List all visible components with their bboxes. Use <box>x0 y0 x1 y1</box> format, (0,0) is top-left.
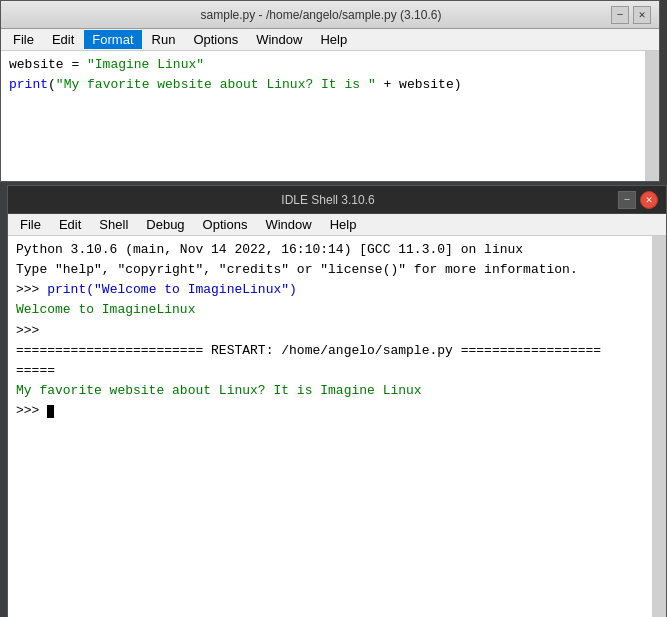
shell-menu-file[interactable]: File <box>12 215 49 234</box>
shell-cursor <box>47 405 54 418</box>
shell-scrollbar[interactable] <box>652 236 666 617</box>
shell-controls: − ✕ <box>618 191 658 209</box>
shell-menu-options[interactable]: Options <box>195 215 256 234</box>
editor-content[interactable]: website = "Imagine Linux" print("My favo… <box>1 51 659 181</box>
editor-menu-options[interactable]: Options <box>185 30 246 49</box>
editor-close-button[interactable]: ✕ <box>633 6 651 24</box>
editor-window: sample.py - /home/angelo/sample.py (3.10… <box>0 0 660 182</box>
shell-output-line-6: ======================== RESTART: /home/… <box>16 341 658 361</box>
shell-menu-edit[interactable]: Edit <box>51 215 89 234</box>
shell-output-line-3: >>> print("Welcome to ImagineLinux") <box>16 280 658 300</box>
shell-output-line-1: Python 3.10.6 (main, Nov 14 2022, 16:10:… <box>16 240 658 260</box>
editor-menu-run[interactable]: Run <box>144 30 184 49</box>
shell-output-line-9: >>> <box>16 401 658 421</box>
shell-close-button[interactable]: ✕ <box>640 191 658 209</box>
shell-output-line-5: >>> <box>16 321 658 341</box>
editor-menu-window[interactable]: Window <box>248 30 310 49</box>
editor-menubar: File Edit Format Run Options Window Help <box>1 29 659 51</box>
editor-menu-help[interactable]: Help <box>312 30 355 49</box>
shell-menu-debug[interactable]: Debug <box>138 215 192 234</box>
shell-window: IDLE Shell 3.10.6 − ✕ File Edit Shell De… <box>7 185 667 617</box>
editor-line-1: website = "Imagine Linux" <box>9 55 637 75</box>
shell-content[interactable]: Python 3.10.6 (main, Nov 14 2022, 16:10:… <box>8 236 666 617</box>
shell-menubar: File Edit Shell Debug Options Window Hel… <box>8 214 666 236</box>
editor-titlebar: sample.py - /home/angelo/sample.py (3.10… <box>1 1 659 29</box>
editor-titlebar-controls: − ✕ <box>611 6 651 24</box>
editor-line-2: print("My favorite website about Linux? … <box>9 75 637 95</box>
shell-menu-window[interactable]: Window <box>257 215 319 234</box>
shell-output-line-2: Type "help", "copyright", "credits" or "… <box>16 260 658 280</box>
shell-output-line-8: My favorite website about Linux? It is I… <box>16 381 658 401</box>
shell-menu-help[interactable]: Help <box>322 215 365 234</box>
editor-menu-edit[interactable]: Edit <box>44 30 82 49</box>
editor-title: sample.py - /home/angelo/sample.py (3.10… <box>31 8 611 22</box>
shell-minimize-button[interactable]: − <box>618 191 636 209</box>
editor-menu-file[interactable]: File <box>5 30 42 49</box>
shell-menu-shell[interactable]: Shell <box>91 215 136 234</box>
editor-minimize-button[interactable]: − <box>611 6 629 24</box>
shell-output-line-4: Welcome to ImagineLinux <box>16 300 658 320</box>
shell-title: IDLE Shell 3.10.6 <box>38 193 618 207</box>
editor-menu-format[interactable]: Format <box>84 30 141 49</box>
shell-titlebar: IDLE Shell 3.10.6 − ✕ <box>8 186 666 214</box>
shell-output-line-7: ===== <box>16 361 658 381</box>
